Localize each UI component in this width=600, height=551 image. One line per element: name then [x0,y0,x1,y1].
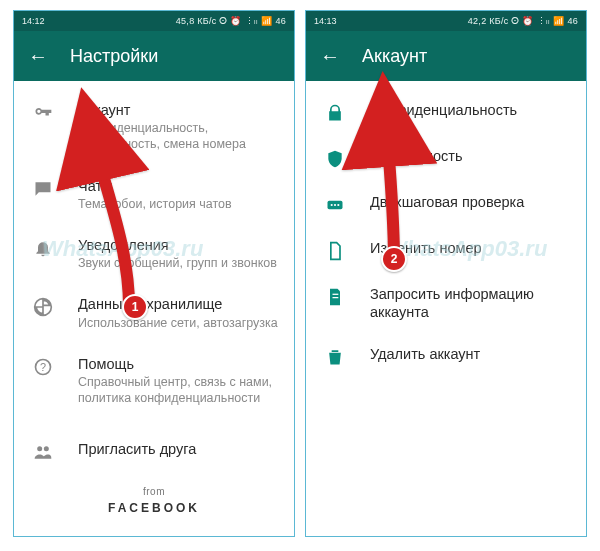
lock-icon [324,103,346,123]
help-icon: ? [32,357,54,377]
svg-rect-9 [333,297,339,298]
row-sub: Звуки сообщений, групп и звонков [78,255,278,271]
footer-from: from [14,486,294,497]
bell-icon [32,238,54,258]
svg-point-5 [331,204,333,206]
people-icon [32,442,54,462]
shield-icon [324,149,346,169]
row-request-info[interactable]: Запросить информацию аккаунта [306,273,586,333]
phone-right: 14:13 42,2 КБ/с ⵙ ⏰ ⋮ₗₗ 📶 46 ← Аккаунт К… [305,10,587,537]
status-bar: 14:13 42,2 КБ/с ⵙ ⏰ ⋮ₗₗ 📶 46 [306,11,586,31]
row-title: Двухшаговая проверка [370,193,570,211]
row-title: Аккаунт [78,101,278,119]
row-chats[interactable]: Чаты Тема, обои, история чатов [14,165,294,224]
pin-icon [324,195,346,215]
row-sub: Конфиденциальность, безопасность, смена … [78,120,278,153]
account-list: Конфиденциальность Безопасность Двухшаго… [306,81,586,536]
row-two-step[interactable]: Двухшаговая проверка [306,181,586,227]
svg-rect-8 [333,294,339,295]
row-title: Безопасность [370,147,570,165]
status-right: 42,2 КБ/с ⵙ ⏰ ⋮ₗₗ 📶 46 [468,16,578,26]
row-security[interactable]: Безопасность [306,135,586,181]
row-notifications[interactable]: Уведомления Звуки сообщений, групп и зво… [14,224,294,283]
row-account[interactable]: Аккаунт Конфиденциальность, безопасность… [14,89,294,165]
data-icon [32,297,54,317]
svg-point-6 [334,204,336,206]
status-right: 45,8 КБ/с ⵙ ⏰ ⋮ₗₗ 📶 46 [176,16,286,26]
status-bar: 14:12 45,8 КБ/с ⵙ ⏰ ⋮ₗₗ 📶 46 [14,11,294,31]
chat-icon [32,179,54,199]
row-title: Пригласить друга [78,440,278,458]
svg-point-7 [337,204,339,206]
row-title: Конфиденциальность [370,101,570,119]
row-change-number[interactable]: Изменить номер [306,227,586,273]
row-sub: Использование сети, автозагрузка [78,315,278,331]
footer: from FACEBOOK [14,474,294,533]
app-bar-title: Аккаунт [362,46,427,67]
svg-point-3 [44,447,49,452]
doc-icon [324,287,346,307]
row-title: Запросить информацию аккаунта [370,285,570,321]
row-title: Удалить аккаунт [370,345,570,363]
status-time: 14:12 [22,16,45,26]
row-invite[interactable]: Пригласить друга [14,428,294,474]
row-data[interactable]: Данные и хранилище Использование сети, а… [14,283,294,342]
status-time: 14:13 [314,16,337,26]
settings-list: Аккаунт Конфиденциальность, безопасность… [14,81,294,536]
sim-icon [324,241,346,261]
footer-brand: FACEBOOK [14,501,294,515]
svg-text:?: ? [40,361,46,373]
row-title: Изменить номер [370,239,570,257]
trash-icon [324,347,346,367]
app-bar: ← Аккаунт [306,31,586,81]
row-title: Чаты [78,177,278,195]
row-title: Уведомления [78,236,278,254]
row-title: Данные и хранилище [78,295,278,313]
row-delete[interactable]: Удалить аккаунт [306,333,586,379]
row-help[interactable]: ? Помощь Справочный центр, связь с нами,… [14,343,294,419]
row-sub: Тема, обои, история чатов [78,196,278,212]
phone-left: 14:12 45,8 КБ/с ⵙ ⏰ ⋮ₗₗ 📶 46 ← Настройки… [13,10,295,537]
row-title: Помощь [78,355,278,373]
back-icon[interactable]: ← [28,46,48,66]
key-icon [32,103,54,123]
back-icon[interactable]: ← [320,46,340,66]
svg-point-2 [37,447,42,452]
app-bar-title: Настройки [70,46,158,67]
app-bar: ← Настройки [14,31,294,81]
row-sub: Справочный центр, связь с нами, политика… [78,374,278,407]
row-privacy[interactable]: Конфиденциальность [306,89,586,135]
